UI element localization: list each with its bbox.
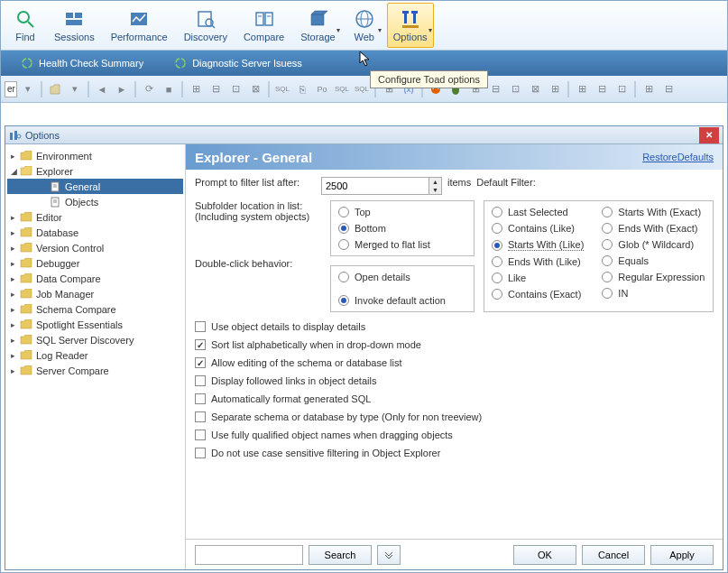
ribbon-web[interactable]: Web ▾ xyxy=(346,3,383,48)
ribbon-compare[interactable]: Compare xyxy=(237,3,290,48)
spin-down-icon[interactable]: ▼ xyxy=(429,186,441,194)
tool-icon[interactable]: SQL xyxy=(333,80,351,98)
tree-item-editor[interactable]: ▸Editor xyxy=(7,209,183,225)
tool-stop[interactable]: ■ xyxy=(160,80,178,98)
subfolder-top[interactable]: Top xyxy=(338,207,466,217)
dropdown-arrow-icon: ▾ xyxy=(378,26,382,34)
tree-item-sql-server-discovery[interactable]: ▸SQL Server Discovery xyxy=(7,332,183,347)
tree-item-environment[interactable]: ▸Environment xyxy=(7,148,183,163)
restore-defaults-link[interactable]: RestoreDefaults xyxy=(642,152,714,162)
cancel-button[interactable]: Cancel xyxy=(582,545,645,565)
filter-ends-with-like-[interactable]: Ends With (Like) xyxy=(492,256,584,267)
tool-icon[interactable]: SQL xyxy=(353,80,371,98)
tool-icon[interactable]: ⊞ xyxy=(640,80,658,98)
tree-item-version-control[interactable]: ▸Version Control xyxy=(7,240,183,255)
search-expand-button[interactable] xyxy=(377,545,401,565)
filter-ends-with-exact-[interactable]: Ends With (Exact) xyxy=(602,223,705,234)
tool-icon[interactable]: ⊡ xyxy=(506,80,524,98)
tree-item-log-reader[interactable]: ▸Log Reader xyxy=(7,347,183,363)
filter-contains-like-[interactable]: Contains (Like) xyxy=(492,223,584,234)
ribbon-options[interactable]: Options ▾ xyxy=(387,3,434,48)
filter-starts-with-like-[interactable]: Starts With (Like) xyxy=(492,239,584,251)
ribbon-toolbar: Find Sessions Performance Discovery Comp… xyxy=(1,1,727,51)
checkbox-icon xyxy=(195,375,206,386)
tab-health-check[interactable]: Health Check Summary xyxy=(8,52,156,74)
tool-icon[interactable]: ⊡ xyxy=(613,80,631,98)
tool-open[interactable] xyxy=(46,80,64,98)
check-allow-editing-of-the-schema-or[interactable]: Allow editing of the schema or database … xyxy=(195,357,714,368)
tool-icon[interactable]: SQL xyxy=(273,80,291,98)
folder-icon xyxy=(20,273,32,284)
close-button[interactable]: ✕ xyxy=(699,127,719,143)
tree-item-explorer[interactable]: ◢Explorer xyxy=(7,163,183,179)
search-button[interactable]: Search xyxy=(309,545,372,565)
tool-forward[interactable]: ► xyxy=(113,80,131,98)
dblclick-open-details[interactable]: Open details xyxy=(338,272,466,282)
tree-item-objects[interactable]: Objects xyxy=(7,194,183,209)
ribbon-sessions[interactable]: Sessions xyxy=(48,3,101,48)
tool-icon[interactable]: ⊟ xyxy=(207,80,225,98)
check-separate-schema-or-database-by[interactable]: Separate schema or database by type (Onl… xyxy=(195,411,714,422)
subfolder-bottom[interactable]: Bottom xyxy=(338,223,466,234)
web-icon xyxy=(354,8,375,30)
tree-item-schema-compare[interactable]: ▸Schema Compare xyxy=(7,301,183,317)
tab-diagnostic-server[interactable]: Diagnostic Server Isuess xyxy=(161,52,315,74)
filter-starts-with-exact-[interactable]: Starts With (Exact) xyxy=(602,207,705,217)
tool-icon[interactable]: ⊠ xyxy=(526,80,544,98)
tool-icon[interactable]: ⊠ xyxy=(246,80,264,98)
tree-item-general[interactable]: General xyxy=(7,179,183,194)
tool-icon[interactable]: ⊡ xyxy=(226,80,244,98)
check-automatically-format-generated[interactable]: Automatically format generated SQL xyxy=(195,393,714,404)
tool-icon[interactable]: ⎘ xyxy=(293,80,311,98)
tool-icon[interactable]: ⊟ xyxy=(593,80,611,98)
ok-button[interactable]: OK xyxy=(513,545,576,565)
filter-contains-exact-[interactable]: Contains (Exact) xyxy=(492,289,584,300)
default-filter-label: Default Filter: xyxy=(476,177,535,188)
tool-back[interactable]: ◄ xyxy=(93,80,111,98)
tree-item-server-compare[interactable]: ▸Server Compare xyxy=(7,363,183,378)
filter-equals[interactable]: Equals xyxy=(602,255,705,266)
search-input[interactable] xyxy=(195,545,303,565)
check-do-not-use-case-sensitive-filt[interactable]: Do not use case sensitive filtering in O… xyxy=(195,448,714,458)
tool-icon[interactable]: Po xyxy=(313,80,331,98)
prompt-filter-input[interactable] xyxy=(321,177,429,195)
tool-icon[interactable]: ⊞ xyxy=(546,80,564,98)
prompt-filter-spinner[interactable]: ▲▼ xyxy=(321,177,442,195)
tree-item-job-manager[interactable]: ▸Job Manager xyxy=(7,286,183,301)
ribbon-find[interactable]: Find xyxy=(6,3,44,48)
tree-item-database[interactable]: ▸Database xyxy=(7,225,183,240)
tree-item-debugger[interactable]: ▸Debugger xyxy=(7,255,183,271)
check-display-followed-links-in-obje[interactable]: Display followed links in object details xyxy=(195,375,714,386)
filter-glob-wildcard-[interactable]: Glob (* Wildcard) xyxy=(602,239,705,250)
dropdown-icon[interactable]: ▾ xyxy=(66,80,84,98)
tool-icon[interactable]: ⊟ xyxy=(486,80,504,98)
spin-up-icon[interactable]: ▲ xyxy=(429,178,441,186)
radio-icon xyxy=(338,239,349,250)
check-use-object-details-to-display-[interactable]: Use object details to display details xyxy=(195,321,714,332)
radio-icon xyxy=(602,207,613,217)
tree-item-data-compare[interactable]: ▸Data Compare xyxy=(7,271,183,286)
er-field[interactable]: er xyxy=(5,81,17,97)
dropdown-icon[interactable]: ▾ xyxy=(19,80,37,98)
panel-titlebar: Options ✕ xyxy=(5,126,723,144)
apply-button[interactable]: Apply xyxy=(650,545,714,565)
tree-item-spotlight-essentials[interactable]: ▸Spotlight Essentials xyxy=(7,317,183,332)
dblclick-invoke-default-action[interactable]: Invoke default action xyxy=(338,295,466,306)
filter-like[interactable]: Like xyxy=(492,273,584,283)
filter-in[interactable]: IN xyxy=(602,288,705,299)
check-use-fully-qualified-object-nam[interactable]: Use fully qualified object names when dr… xyxy=(195,430,714,440)
tool-icon[interactable]: ⊟ xyxy=(659,80,677,98)
subfolder-merged-to-flat-list[interactable]: Merged to flat list xyxy=(338,239,466,250)
filter-last-selected[interactable]: Last Selected xyxy=(492,207,584,217)
ribbon-discovery[interactable]: Discovery xyxy=(178,3,234,48)
ribbon-performance[interactable]: Performance xyxy=(105,3,174,48)
panel-footer: Search OK Cancel Apply xyxy=(186,539,723,569)
refresh-icon xyxy=(174,57,187,69)
svg-rect-2 xyxy=(66,13,73,18)
tool-icon[interactable]: ⊞ xyxy=(573,80,591,98)
filter-regular-expression[interactable]: Regular Expression xyxy=(602,272,705,282)
check-sort-list-alphabetically-when-[interactable]: Sort list alphabetically when in drop-do… xyxy=(195,339,714,350)
ribbon-storage[interactable]: Storage ▾ xyxy=(294,3,342,48)
tool-icon[interactable]: ⊞ xyxy=(187,80,205,98)
tool-refresh[interactable]: ⟳ xyxy=(140,80,158,98)
